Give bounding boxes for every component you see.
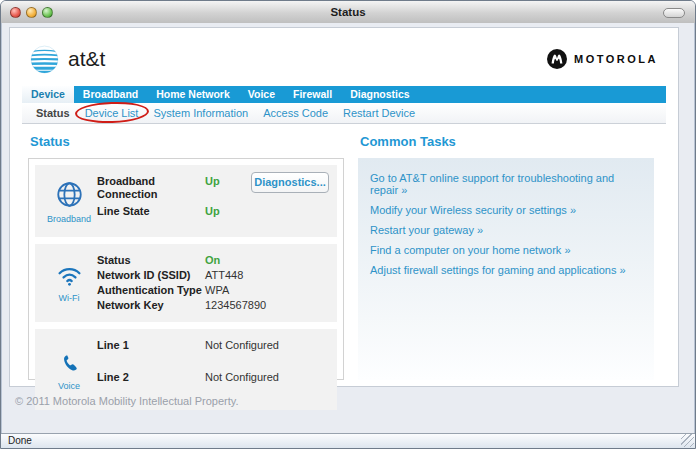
page-header: at&t MOTOROLA: [22, 36, 666, 86]
voice-rows: Line 1Not ConfiguredLine 2Not Configured: [97, 338, 329, 403]
common-tasks-heading: Common Tasks: [360, 134, 654, 149]
voice-icon-column: Voice: [41, 338, 97, 403]
row-value: WPA: [205, 284, 229, 297]
att-logo: at&t: [30, 45, 105, 74]
tab-home-network[interactable]: Home Network: [147, 86, 239, 103]
status-group-wifi: Wi-FiStatusOnNetwork ID (SSID)ATT448Auth…: [35, 244, 337, 322]
icon-label: Wi-Fi: [59, 293, 80, 303]
status-row: StatusOn: [97, 254, 329, 267]
status-box: BroadbandDiagnostics...Broadband Connect…: [28, 158, 344, 380]
browser-window: Status: [0, 0, 696, 449]
row-value: Not Configured: [205, 339, 279, 352]
subnav-item-system-information[interactable]: System Information: [153, 107, 248, 119]
status-row: Line 1Not Configured: [97, 339, 329, 352]
row-label: Line 1: [97, 339, 205, 352]
zoom-button[interactable]: [42, 7, 53, 18]
task-link[interactable]: Find a computer on your home network »: [370, 244, 642, 256]
broadband-icon-column: Broadband: [41, 174, 97, 230]
row-value: ATT448: [205, 269, 243, 282]
row-label: Network ID (SSID): [97, 269, 205, 282]
row-value: Up: [205, 205, 220, 218]
subnav-item-access-code[interactable]: Access Code: [263, 107, 328, 119]
window-controls: [1, 7, 53, 18]
toolbar-pill-button[interactable]: [663, 8, 685, 18]
window-title: Status: [1, 6, 695, 18]
tab-device[interactable]: Device: [22, 86, 74, 103]
copyright-text: © 2011 Motorola Mobility Intellectual Pr…: [15, 395, 239, 407]
annotation-ellipse: [74, 101, 148, 125]
row-value: Up: [205, 175, 220, 201]
tab-diagnostics[interactable]: Diagnostics: [341, 86, 419, 103]
row-label: Status: [97, 254, 205, 267]
status-heading: Status: [30, 134, 344, 149]
status-group-broadband: BroadbandDiagnostics...Broadband Connect…: [35, 165, 337, 237]
subnav-item-device-list[interactable]: Device List: [85, 107, 139, 119]
row-label: Network Key: [97, 299, 205, 312]
status-column: Status BroadbandDiagnostics...Broadband …: [28, 134, 344, 380]
row-value: 1234567890: [205, 299, 266, 312]
att-logo-text: at&t: [68, 47, 105, 71]
title-bar: Status: [1, 1, 695, 24]
status-row: Line StateUp: [97, 205, 329, 218]
close-button[interactable]: [10, 7, 21, 18]
motorola-emblem-icon: [547, 49, 567, 69]
page-content: at&t MOTOROLA DeviceBroadbandHome Networ…: [9, 27, 679, 387]
wifi-icon: [56, 265, 83, 291]
icon-label: Broadband: [47, 214, 91, 224]
row-value: Not Configured: [205, 371, 279, 384]
sub-nav: StatusDevice ListSystem InformationAcces…: [22, 103, 666, 124]
row-label: Broadband Connection: [97, 175, 205, 201]
task-link[interactable]: Restart your gateway »: [370, 224, 642, 236]
status-row: Network Key1234567890: [97, 299, 329, 312]
row-value: On: [205, 254, 220, 267]
wifi-icon-column: Wi-Fi: [41, 253, 97, 315]
task-link[interactable]: Modify your Wireless security or setting…: [370, 204, 642, 216]
status-row: Line 2Not Configured: [97, 371, 329, 384]
common-tasks-box: Go to AT&T online support for troublesho…: [358, 158, 654, 380]
task-link[interactable]: Go to AT&T online support for troublesho…: [370, 172, 642, 196]
main-nav: DeviceBroadbandHome NetworkVoiceFirewall…: [22, 86, 666, 103]
row-label: Authentication Type: [97, 284, 205, 297]
phone-icon: [57, 351, 81, 379]
task-link[interactable]: Adjust firewall settings for gaming and …: [370, 264, 642, 276]
status-row: Authentication TypeWPA: [97, 284, 329, 297]
common-tasks-column: Common Tasks Go to AT&T online support f…: [358, 134, 662, 380]
motorola-wordmark: MOTOROLA: [574, 53, 658, 65]
tab-voice[interactable]: Voice: [239, 86, 284, 103]
resize-grip[interactable]: [681, 434, 694, 447]
status-row: Network ID (SSID)ATT448: [97, 269, 329, 282]
subnav-item-status: Status: [36, 107, 70, 119]
subnav-item-restart-device[interactable]: Restart Device: [343, 107, 415, 119]
motorola-logo: MOTOROLA: [547, 49, 660, 69]
att-globe-icon: [30, 45, 59, 74]
minimize-button[interactable]: [26, 7, 37, 18]
content-area: Status BroadbandDiagnostics...Broadband …: [22, 124, 666, 380]
status-bar: Done: [1, 433, 695, 448]
row-label: Line 2: [97, 371, 205, 384]
wifi-rows: StatusOnNetwork ID (SSID)ATT448Authentic…: [97, 253, 329, 315]
tab-firewall[interactable]: Firewall: [284, 86, 341, 103]
diagnostics-button[interactable]: Diagnostics...: [251, 172, 329, 193]
globe-icon: [56, 181, 83, 212]
status-bar-text: Done: [8, 435, 32, 446]
icon-label: Voice: [58, 381, 80, 391]
browser-viewport: at&t MOTOROLA DeviceBroadbandHome Networ…: [1, 23, 695, 433]
row-label: Line State: [97, 205, 205, 218]
tab-broadband[interactable]: Broadband: [74, 86, 147, 103]
